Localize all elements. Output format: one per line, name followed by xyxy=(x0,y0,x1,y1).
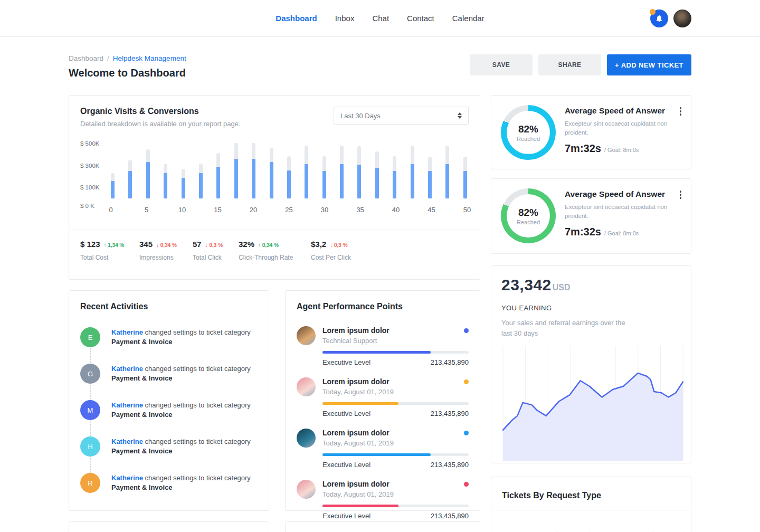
nav-item-chat[interactable]: Chat xyxy=(372,14,389,23)
agent-avatar xyxy=(297,326,316,345)
stat-item: 345↓ 0,34 %Impressions xyxy=(139,240,193,261)
kebab-menu-icon[interactable] xyxy=(679,106,683,117)
bar-group xyxy=(146,141,150,198)
bar-value xyxy=(216,167,220,198)
date-range-select[interactable]: Last 30 Days xyxy=(334,107,469,125)
agent-avatar xyxy=(297,480,316,499)
donut-percent: 82% xyxy=(518,207,538,218)
bar-group xyxy=(234,141,238,198)
user-avatar[interactable] xyxy=(673,10,691,27)
bar-value xyxy=(234,159,238,198)
actor-link[interactable]: Katherine xyxy=(111,401,143,409)
bar-group xyxy=(322,141,326,198)
arrow-up-icon: ↑ xyxy=(104,242,108,248)
bar-value xyxy=(375,168,379,198)
arrow-up-icon: ↑ xyxy=(258,242,262,248)
bar-group xyxy=(393,141,396,198)
bar-value xyxy=(305,164,308,198)
agent-entry: Lorem ipsum dolorToday, August 01, 2019E… xyxy=(297,480,469,520)
agent-entry: Lorem ipsum dolorTechnical SupportExecut… xyxy=(297,326,469,366)
bar-group xyxy=(270,141,273,198)
stat-label: Total Cost xyxy=(80,254,139,261)
top-header: DashboardInboxChatContactCalendar xyxy=(0,0,760,37)
donut-caption: Reached xyxy=(517,219,540,225)
activity-avatar: H xyxy=(80,436,100,457)
bar-value xyxy=(463,171,467,198)
notification-badge xyxy=(650,9,656,15)
x-axis-label: 50 xyxy=(463,206,471,214)
stat-item: $ 123↑ 1,34 %Total Cost xyxy=(80,240,139,261)
agent-level-label: Executive Level xyxy=(322,410,370,417)
speed-time: 7m:32s xyxy=(565,226,601,238)
nav-item-dashboard[interactable]: Dashboard xyxy=(276,14,317,23)
bar-group xyxy=(375,141,379,198)
arrow-down-icon: ↓ xyxy=(330,242,334,248)
bar-group xyxy=(305,141,308,198)
bar-value xyxy=(393,171,396,198)
status-dot xyxy=(464,379,469,384)
speed-card-title: Average Speed of Answer xyxy=(565,106,681,116)
bar-value xyxy=(199,173,203,198)
nav-item-contact[interactable]: Contact xyxy=(407,14,434,23)
progress-track xyxy=(322,453,469,456)
progress-fill xyxy=(322,505,398,507)
bottom-card-right xyxy=(285,521,480,532)
speed-of-answer-card-1: 82% Reached Average Speed of Answer Exce… xyxy=(491,95,691,169)
bar-group xyxy=(164,141,167,198)
activity-avatar: E xyxy=(80,327,100,347)
speed-goal: / Goal: 8m:0s xyxy=(604,230,639,236)
actor-link[interactable]: Katherine xyxy=(111,438,143,445)
kebab-menu-icon[interactable] xyxy=(679,189,683,200)
stat-value: $ 123 xyxy=(80,240,100,249)
organic-card-title: Organic Visits & Conversions xyxy=(80,107,241,116)
bar-group xyxy=(463,141,467,198)
stat-item: $3,2↓ 0,3 %Cost Per Click xyxy=(311,240,374,261)
share-button[interactable]: SHARE xyxy=(538,54,601,75)
agent-points: 213,435,890 xyxy=(431,410,469,417)
nav-item-calendar[interactable]: Calendar xyxy=(452,14,484,23)
speed-time: 7m:32s xyxy=(565,142,601,155)
nav-item-inbox[interactable]: Inbox xyxy=(335,14,355,23)
agent-subtitle: Today, August 01, 2019 xyxy=(322,388,469,396)
activity-target: Payment & Invoice xyxy=(111,337,251,347)
agent-points: 213,435,890 xyxy=(431,358,469,366)
x-axis-label: 15 xyxy=(214,206,221,214)
agent-entry: Lorem ipsum dolorToday, August 01, 2019E… xyxy=(297,429,469,469)
bar-value xyxy=(357,165,361,198)
save-button[interactable]: SAVE xyxy=(470,54,533,75)
bar-group xyxy=(216,141,220,198)
stat-delta: ↓ 0,3 % xyxy=(330,242,347,248)
agent-subtitle: Today, August 01, 2019 xyxy=(322,439,469,447)
activity-text: Katherine changed settings to ticket cat… xyxy=(111,473,251,493)
x-axis-label: 5 xyxy=(145,206,148,214)
agent-avatar xyxy=(297,429,316,448)
breadcrumb-root[interactable]: Dashboard xyxy=(69,54,103,62)
speed-card-title: Average Speed of Answer xyxy=(565,189,681,199)
actor-link[interactable]: Katherine xyxy=(111,474,143,482)
x-axis-label: 20 xyxy=(250,206,257,214)
speed-goal: / Goal: 8m:0s xyxy=(604,147,639,153)
activity-item: MKatherine changed settings to ticket ca… xyxy=(80,400,258,420)
stat-label: Click-Through Rate xyxy=(239,254,311,261)
notifications-button[interactable] xyxy=(650,10,668,27)
add-new-ticket-button[interactable]: + ADD NEW TICKET xyxy=(607,54,691,75)
progress-fill xyxy=(322,453,431,456)
breadcrumb-current[interactable]: Helpdesk Management xyxy=(113,54,186,62)
bar-value xyxy=(182,178,185,198)
stat-item: 57↓ 0,3 %Total Click xyxy=(193,240,239,261)
donut-caption: Reached xyxy=(517,136,540,142)
bar-value xyxy=(252,159,255,198)
bar-group xyxy=(252,141,255,198)
agent-level-label: Executive Level xyxy=(322,358,370,366)
bar-chart-x-axis: 05101520253035404550 xyxy=(111,206,467,220)
select-spinner-icon xyxy=(458,112,462,119)
progress-fill xyxy=(322,351,431,354)
bar-value xyxy=(428,171,432,198)
earnings-label: YOU EARNING xyxy=(501,304,683,312)
activity-target: Payment & Invoice xyxy=(111,446,251,456)
actor-link[interactable]: Katherine xyxy=(111,365,143,373)
bar-group xyxy=(111,141,115,198)
stat-delta: ↓ 0,34 % xyxy=(156,242,177,248)
actor-link[interactable]: Katherine xyxy=(111,328,143,336)
bar-value xyxy=(411,164,414,198)
